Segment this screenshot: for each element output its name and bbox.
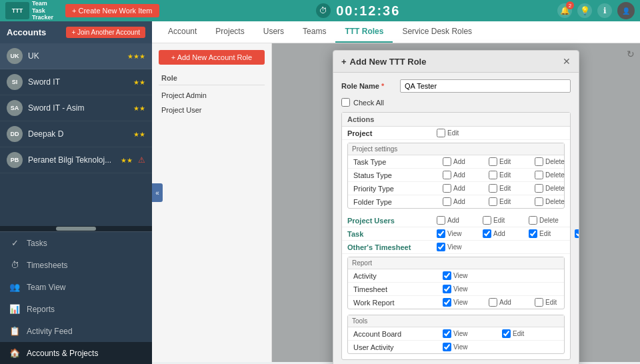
account-item-2[interactable]: SA Sword IT - Asim ★★ bbox=[0, 95, 152, 121]
accounts-list: UK UK ★★★ SI Sword IT ★★ SA Sword IT - A… bbox=[0, 43, 152, 226]
others-timesheet-row: Other's Timesheet View bbox=[342, 241, 570, 254]
scrollbar-area bbox=[0, 226, 152, 231]
project-label: Project bbox=[347, 129, 434, 137]
task-row: Task View Add Edit Delete bbox=[342, 227, 570, 241]
modal-title-text: Add New TTT Role bbox=[350, 57, 427, 67]
tab-ttt-roles[interactable]: TTT Roles bbox=[335, 21, 393, 43]
sub-nav: Account Projects Users Teams TTT Roles S… bbox=[152, 21, 640, 43]
proj-users-edit: Edit bbox=[483, 216, 526, 225]
timesheet-label: Timesheet bbox=[353, 285, 440, 293]
tab-projects[interactable]: Projects bbox=[206, 21, 253, 43]
proj-users-delete: Delete bbox=[529, 216, 572, 225]
role-name-input[interactable] bbox=[400, 79, 571, 93]
sidebar-item-reports[interactable]: 📊 Reports bbox=[0, 298, 152, 320]
account-item-3[interactable]: DD Deepak D ★★ bbox=[0, 121, 152, 147]
account-item-0[interactable]: UK UK ★★★ bbox=[0, 43, 152, 69]
work-report-view: View bbox=[443, 298, 486, 307]
modal-overlay: + Add New TTT Role ✕ Role Name bbox=[272, 43, 640, 362]
others-timesheet-view: View bbox=[437, 243, 480, 251]
info-icon[interactable]: ℹ bbox=[597, 3, 612, 18]
task-type-delete: Delete bbox=[535, 157, 578, 166]
tab-users[interactable]: Users bbox=[254, 21, 293, 43]
timesheet-row: Timesheet View bbox=[348, 283, 564, 296]
folder-type-edit: Edit bbox=[489, 197, 532, 206]
status-type-row: Status Type Add Edit Delete bbox=[348, 169, 564, 182]
topbar: TTT TeamTaskTracker + Create New Work It… bbox=[0, 0, 640, 21]
nav-icon-reports: 📊 bbox=[9, 304, 20, 314]
activity-view: View bbox=[443, 271, 486, 280]
nav-items: ✓ Tasks ⏱ Timesheets 👥 Team View 📊 Repor… bbox=[0, 231, 152, 364]
sidebar-item-accounts-projects[interactable]: 🏠 Accounts & Projects bbox=[0, 342, 152, 364]
notification-badge: 2 bbox=[566, 1, 574, 9]
modal-plus-icon: + bbox=[341, 57, 347, 67]
nav-label-activity-feed: Activity Feed bbox=[27, 327, 73, 336]
user-activity-row: User Activity View bbox=[348, 341, 564, 353]
task-delete: Delete bbox=[575, 229, 579, 238]
roles-panel: + Add New Account Role Role Project Admi… bbox=[152, 43, 272, 362]
accounts-header: Accounts + Join Another Account bbox=[0, 21, 152, 43]
main-layout: Accounts + Join Another Account UK UK ★★… bbox=[0, 21, 640, 364]
notifications-icon[interactable]: 🔔 2 bbox=[557, 3, 572, 18]
account-stars-2: ★★ bbox=[133, 105, 145, 112]
sidebar-item-activity-feed[interactable]: 📋 Activity Feed bbox=[0, 320, 152, 342]
create-new-work-item-button[interactable]: + Create New Work Item bbox=[65, 4, 159, 17]
account-stars-3: ★★ bbox=[133, 131, 145, 138]
accounts-title: Accounts bbox=[7, 27, 46, 37]
account-board-edit: Edit bbox=[502, 329, 545, 338]
account-stars-0: ★★★ bbox=[127, 53, 145, 60]
work-report-edit: Edit bbox=[535, 298, 578, 307]
tab-account[interactable]: Account bbox=[159, 21, 206, 43]
nav-label-reports: Reports bbox=[27, 305, 55, 314]
work-report-label: Work Report bbox=[353, 299, 440, 307]
project-edit-checkbox: Edit bbox=[437, 129, 459, 137]
project-users-label: Project Users bbox=[347, 217, 434, 225]
user-activity-label: User Activity bbox=[353, 343, 440, 351]
check-all-checkbox[interactable] bbox=[341, 98, 350, 107]
nav-icon-accounts-projects: 🏠 bbox=[9, 348, 20, 358]
project-settings-section: Project settings Task Type Add Edit Dele… bbox=[347, 143, 565, 209]
project-row: Project Edit bbox=[342, 127, 570, 140]
tab-teams[interactable]: Teams bbox=[293, 21, 335, 43]
work-report-row: Work Report View Add Edit Delete bbox=[348, 296, 564, 309]
account-item-4[interactable]: PB Peranet Bilgi Teknoloj... ★★ ⚠ bbox=[0, 147, 152, 173]
user-avatar[interactable]: 👤 bbox=[617, 2, 635, 19]
account-item-1[interactable]: SI Sword IT ★★ bbox=[0, 69, 152, 95]
project-edit-input[interactable] bbox=[437, 129, 445, 137]
account-warning-4: ⚠ bbox=[138, 155, 145, 165]
required-indicator: * bbox=[381, 82, 384, 90]
nav-icon-timesheets: ⏱ bbox=[9, 260, 20, 270]
task-view: View bbox=[437, 229, 480, 238]
sidebar-item-timesheets[interactable]: ⏱ Timesheets bbox=[0, 254, 152, 276]
account-board-view: View bbox=[443, 329, 486, 338]
report-section: Report Activity View Timesheet bbox=[347, 257, 565, 309]
status-type-label: Status Type bbox=[353, 171, 440, 179]
actions-section-title: Actions bbox=[342, 113, 570, 127]
bulb-icon[interactable]: 💡 bbox=[577, 3, 592, 18]
add-ttt-role-modal: + Add New TTT Role ✕ Role Name bbox=[333, 50, 579, 364]
account-stars-4: ★★ bbox=[121, 157, 133, 164]
project-edit-label: Edit bbox=[447, 129, 459, 137]
nav-label-tasks: Tasks bbox=[27, 239, 47, 248]
sidebar-item-team-view[interactable]: 👥 Team View bbox=[0, 276, 152, 298]
role-row-project-user[interactable]: Project User bbox=[159, 103, 265, 117]
add-new-account-role-button[interactable]: + Add New Account Role bbox=[159, 50, 265, 65]
account-avatar-0: UK bbox=[7, 48, 23, 64]
nav-label-team-view: Team View bbox=[27, 283, 65, 292]
inner-content: + Add New Account Role Role Project Admi… bbox=[152, 43, 640, 362]
modal-close-button[interactable]: ✕ bbox=[563, 56, 571, 67]
role-row-project-admin[interactable]: Project Admin bbox=[159, 88, 265, 103]
modal-header: + Add New TTT Role ✕ bbox=[333, 51, 579, 73]
nav-label-timesheets: Timesheets bbox=[27, 261, 68, 270]
check-all-row: Check All bbox=[341, 98, 571, 107]
folder-type-row: Folder Type Add Edit Delete bbox=[348, 195, 564, 208]
actions-section: Actions Project Edit bbox=[341, 112, 571, 360]
priority-type-add: Add bbox=[443, 184, 486, 193]
status-type-add: Add bbox=[443, 171, 486, 179]
timesheet-view: View bbox=[443, 285, 486, 293]
others-timesheet-label: Other's Timesheet bbox=[347, 243, 434, 251]
collapse-sidebar-button[interactable]: « bbox=[152, 183, 163, 202]
tab-service-desk-roles[interactable]: Service Desk Roles bbox=[393, 21, 481, 43]
sidebar-item-tasks[interactable]: ✓ Tasks bbox=[0, 232, 152, 254]
status-type-edit: Edit bbox=[489, 171, 532, 179]
join-another-account-button[interactable]: + Join Another Account bbox=[66, 27, 145, 38]
